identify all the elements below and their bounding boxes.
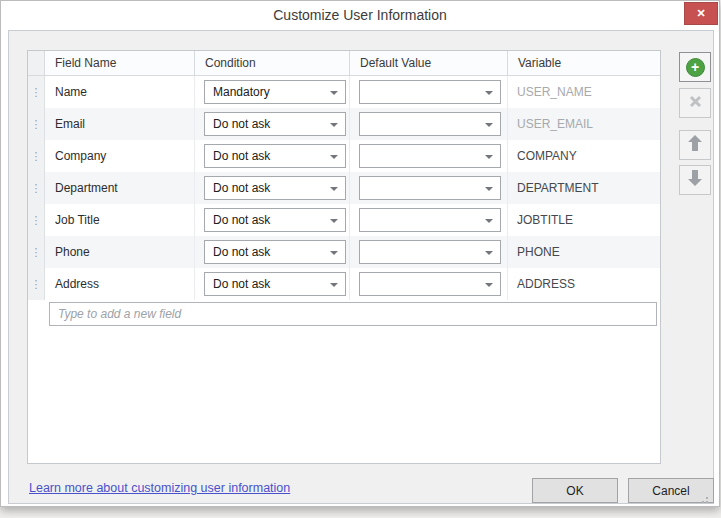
add-field-button[interactable]: +: [679, 52, 711, 82]
field-name-cell: Address: [45, 268, 195, 300]
learn-more-link[interactable]: Learn more about customizing user inform…: [29, 481, 290, 495]
column-header-field-name: Field Name: [45, 51, 195, 76]
table-row: ⋮ Name Mandatory USER_NAME: [28, 76, 660, 108]
ok-button[interactable]: OK: [532, 478, 618, 503]
condition-value: Do not ask: [213, 277, 270, 291]
column-header-default-value: Default Value: [350, 51, 508, 76]
dropdown-arrow-icon: [485, 219, 493, 223]
default-value-dropdown[interactable]: [359, 272, 501, 296]
table-header: Field Name Condition Default Value Varia…: [28, 51, 660, 76]
column-header-condition: Condition: [195, 51, 350, 76]
table-row: ⋮ Email Do not ask USER_EMAIL: [28, 108, 660, 140]
dialog-content: Field Name Condition Default Value Varia…: [8, 30, 714, 504]
dropdown-arrow-icon: [485, 283, 493, 287]
variable-cell: USER_NAME: [508, 76, 660, 108]
variable-cell: PHONE: [508, 236, 660, 268]
condition-dropdown[interactable]: Do not ask: [204, 208, 346, 232]
table-row: ⋮ Department Do not ask DEPARTMENT: [28, 172, 660, 204]
dialog-title: Customize User Information: [1, 1, 719, 30]
default-value-dropdown[interactable]: [359, 112, 501, 136]
condition-dropdown[interactable]: Do not ask: [204, 272, 346, 296]
table-body: ⋮ Name Mandatory USER_NAME ⋮ Email Do no…: [28, 76, 660, 300]
row-drag-handle[interactable]: ⋮: [28, 172, 45, 204]
field-name-cell: Job Title: [45, 204, 195, 236]
drag-handle-icon: ⋮: [31, 246, 42, 259]
dialog-window: Customize User Information ✕ Field Name …: [0, 0, 720, 507]
move-down-button[interactable]: [679, 165, 711, 195]
dropdown-arrow-icon: [485, 187, 493, 191]
condition-dropdown[interactable]: Do not ask: [204, 144, 346, 168]
default-value-dropdown[interactable]: [359, 176, 501, 200]
condition-value: Do not ask: [213, 149, 270, 163]
drag-handle-icon: ⋮: [31, 278, 42, 291]
delete-icon: [689, 94, 702, 112]
field-name-cell: Email: [45, 108, 195, 140]
dropdown-arrow-icon: [485, 123, 493, 127]
column-header-variable: Variable: [508, 51, 660, 76]
row-drag-handle[interactable]: ⋮: [28, 108, 45, 140]
arrow-down-icon: [688, 170, 702, 190]
arrow-up-icon: [688, 135, 702, 155]
dropdown-arrow-icon: [330, 123, 338, 127]
dropdown-arrow-icon: [330, 155, 338, 159]
resize-grip-icon[interactable]: [699, 490, 709, 500]
variable-cell: JOBTITLE: [508, 204, 660, 236]
condition-dropdown[interactable]: Do not ask: [204, 112, 346, 136]
table-row: ⋮ Company Do not ask COMPANY: [28, 140, 660, 172]
condition-dropdown[interactable]: Do not ask: [204, 176, 346, 200]
condition-value: Do not ask: [213, 213, 270, 227]
row-drag-handle[interactable]: ⋮: [28, 140, 45, 172]
close-button[interactable]: ✕: [684, 2, 718, 25]
variable-cell: DEPARTMENT: [508, 172, 660, 204]
row-drag-handle[interactable]: ⋮: [28, 236, 45, 268]
dropdown-arrow-icon: [330, 283, 338, 287]
condition-value: Do not ask: [213, 181, 270, 195]
condition-value: Do not ask: [213, 245, 270, 259]
variable-cell: COMPANY: [508, 140, 660, 172]
dropdown-arrow-icon: [330, 219, 338, 223]
dropdown-arrow-icon: [330, 91, 338, 95]
default-value-dropdown[interactable]: [359, 240, 501, 264]
table-row: ⋮ Phone Do not ask PHONE: [28, 236, 660, 268]
condition-dropdown[interactable]: Do not ask: [204, 240, 346, 264]
dropdown-arrow-icon: [330, 187, 338, 191]
close-icon: ✕: [696, 7, 705, 20]
dropdown-arrow-icon: [330, 251, 338, 255]
row-drag-handle[interactable]: ⋮: [28, 268, 45, 300]
table-row: ⋮ Address Do not ask ADDRESS: [28, 268, 660, 300]
row-drag-handle[interactable]: ⋮: [28, 76, 45, 108]
default-value-dropdown[interactable]: [359, 80, 501, 104]
default-value-dropdown[interactable]: [359, 144, 501, 168]
condition-value: Do not ask: [213, 117, 270, 131]
drag-handle-icon: ⋮: [31, 150, 42, 163]
plus-icon: +: [686, 58, 705, 77]
field-name-cell: Name: [45, 76, 195, 108]
title-bar[interactable]: Customize User Information ✕: [1, 1, 719, 30]
dropdown-arrow-icon: [485, 155, 493, 159]
add-field-input[interactable]: [49, 302, 657, 326]
variable-cell: ADDRESS: [508, 268, 660, 300]
column-header-handle: [28, 51, 45, 76]
dropdown-arrow-icon: [485, 251, 493, 255]
variable-cell: USER_EMAIL: [508, 108, 660, 140]
move-up-button[interactable]: [679, 130, 711, 160]
default-value-dropdown[interactable]: [359, 208, 501, 232]
condition-value: Mandatory: [213, 85, 270, 99]
field-name-cell: Department: [45, 172, 195, 204]
row-drag-handle[interactable]: ⋮: [28, 204, 45, 236]
delete-field-button[interactable]: [679, 88, 711, 118]
condition-dropdown[interactable]: Mandatory: [204, 80, 346, 104]
field-name-cell: Phone: [45, 236, 195, 268]
drag-handle-icon: ⋮: [31, 118, 42, 131]
fields-table: Field Name Condition Default Value Varia…: [27, 50, 661, 464]
drag-handle-icon: ⋮: [31, 214, 42, 227]
drag-handle-icon: ⋮: [31, 182, 42, 195]
drag-handle-icon: ⋮: [31, 86, 42, 99]
dropdown-arrow-icon: [485, 91, 493, 95]
field-name-cell: Company: [45, 140, 195, 172]
table-row: ⋮ Job Title Do not ask JOBTITLE: [28, 204, 660, 236]
